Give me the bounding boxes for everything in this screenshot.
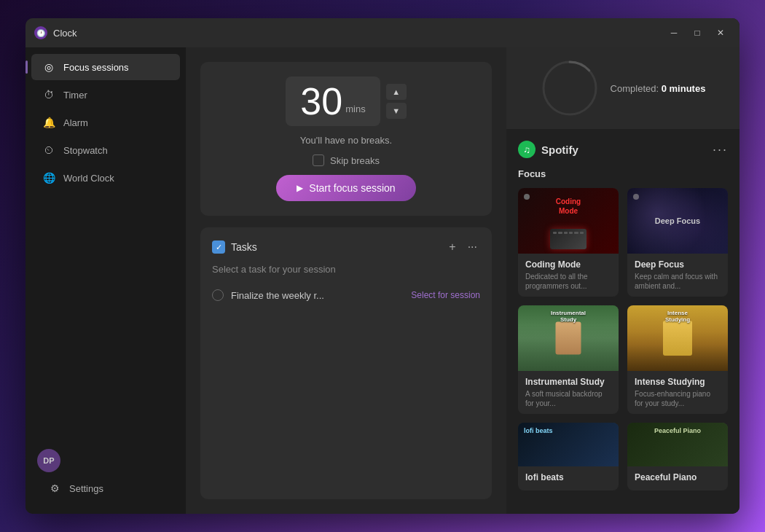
playlist-name: Deep Focus <box>635 259 721 270</box>
stopwatch-icon: ⏲ <box>43 144 55 156</box>
play-icon: ▶ <box>297 183 303 193</box>
peaceful-label: Peaceful Piano <box>654 427 701 434</box>
tasks-icon: ✓ <box>212 240 225 254</box>
playlist-card-deep-focus[interactable]: Deep Focus Deep Focus Keep calm and focu… <box>627 188 728 297</box>
sidebar-item-world-clock[interactable]: 🌐 World Clock <box>31 165 180 191</box>
time-stepper: ▲ ▼ <box>386 84 407 119</box>
start-focus-button[interactable]: ▶ Start focus session <box>276 175 415 201</box>
clock-visual <box>541 59 599 117</box>
tasks-title-row: ✓ Tasks <box>212 240 257 254</box>
completed-label: Completed: 0 minutes <box>611 83 706 94</box>
sidebar-item-label: World Clock <box>63 173 114 184</box>
task-item: Finalize the weekly r... Select for sess… <box>212 283 480 307</box>
start-button-label: Start focus session <box>309 182 395 194</box>
minimize-button[interactable]: ─ <box>664 25 684 41</box>
app-icon: 🕐 <box>34 26 47 39</box>
sidebar-item-timer[interactable]: ⏱ Timer <box>31 82 180 108</box>
titlebar-controls: ─ □ ✕ <box>664 25 731 41</box>
spotify-logo-row: ♫ Spotify <box>518 141 578 158</box>
sidebar-item-label: Focus sessions <box>63 62 129 73</box>
task-radio[interactable] <box>212 289 224 301</box>
playlist-info: Deep Focus Keep calm and focus with ambi… <box>627 254 728 297</box>
tasks-card: ✓ Tasks + ··· Select a task for your ses… <box>200 227 492 499</box>
sidebar-item-label: Timer <box>63 90 87 101</box>
playlist-name: lofi beats <box>525 472 611 482</box>
spotify-header: ♫ Spotify ··· <box>518 141 728 158</box>
playlist-name: Coding Mode <box>525 259 611 270</box>
instrumental-overlay: InstrumentalStudy <box>551 310 586 323</box>
time-increase-button[interactable]: ▲ <box>386 84 407 100</box>
playlist-name: Peaceful Piano <box>635 472 721 482</box>
center-panel: 30 mins ▲ ▼ You'll have no breaks. Skip … <box>186 47 506 514</box>
focus-sessions-icon: ◎ <box>43 61 55 73</box>
playlist-desc: Keep calm and focus with ambient and... <box>635 272 721 291</box>
skip-breaks-checkbox[interactable] <box>313 154 324 166</box>
skip-breaks-row: Skip breaks <box>313 154 380 166</box>
select-task-prompt: Select a task for your session <box>212 264 480 275</box>
spotify-more-button[interactable]: ··· <box>713 142 728 157</box>
sidebar: ◎ Focus sessions ⏱ Timer 🔔 Alarm ⏲ Stopw… <box>26 47 186 514</box>
coding-mode-title: CodingMode <box>556 197 581 216</box>
playlist-card-instrumental[interactable]: InstrumentalStudy Instrumental Study A s… <box>518 305 619 414</box>
task-name: Finalize the weekly r... <box>231 290 404 301</box>
select-session-button[interactable]: Select for session <box>411 290 480 300</box>
playlist-card-peaceful[interactable]: Peaceful Piano Peaceful Piano <box>627 423 728 490</box>
tasks-title: Tasks <box>231 241 257 253</box>
deep-focus-label: Deep Focus <box>655 216 700 225</box>
time-decrease-button[interactable]: ▼ <box>386 103 407 119</box>
app-window: 🕐 Clock ─ □ ✕ ◎ Focus sessions ⏱ Timer 🔔… <box>26 18 740 514</box>
time-value: 30 <box>300 82 342 120</box>
main-content: ◎ Focus sessions ⏱ Timer 🔔 Alarm ⏲ Stopw… <box>26 47 740 514</box>
titlebar: 🕐 Clock ─ □ ✕ <box>26 18 740 47</box>
sidebar-settings[interactable]: ⚙ Settings <box>37 475 174 501</box>
close-button[interactable]: ✕ <box>710 25 731 41</box>
playlist-thumb-deep: Deep Focus <box>627 188 728 254</box>
completed-info: Completed: 0 minutes <box>611 82 706 95</box>
sidebar-item-focus-sessions[interactable]: ◎ Focus sessions <box>31 54 180 80</box>
playlist-thumb-lofi: lofi beats <box>518 423 619 466</box>
sidebar-item-stopwatch[interactable]: ⏲ Stopwatch <box>31 137 180 163</box>
time-unit: mins <box>345 103 365 114</box>
playlist-card-coding-mode[interactable]: CodingMode <box>518 188 619 297</box>
playlist-name: Intense Studying <box>635 377 721 387</box>
playlist-card-lofi[interactable]: lofi beats lofi beats <box>518 423 619 490</box>
tasks-more-button[interactable]: ··· <box>465 239 480 255</box>
focus-section-label: Focus <box>518 168 728 179</box>
playlist-thumb-coding: CodingMode <box>518 188 619 254</box>
avatar[interactable]: DP <box>37 449 60 472</box>
world-clock-icon: 🌐 <box>43 172 55 184</box>
playlists-grid: CodingMode <box>518 188 728 490</box>
settings-icon: ⚙ <box>49 482 60 494</box>
playlist-thumb-instrumental: InstrumentalStudy <box>518 305 619 371</box>
timer-icon: ⏱ <box>43 89 55 101</box>
playlist-thumb-intense: IntenseStudying <box>627 305 728 371</box>
playlist-thumb-peaceful: Peaceful Piano <box>627 423 728 466</box>
playlist-info: lofi beats <box>518 466 619 490</box>
add-task-button[interactable]: + <box>446 239 458 255</box>
playlist-info: Instrumental Study A soft musical backdr… <box>518 371 619 414</box>
spotify-section: ♫ Spotify ··· Focus CodingMode <box>506 129 740 514</box>
tasks-actions: + ··· <box>446 239 480 255</box>
lofi-label: lofi beats <box>524 427 553 434</box>
playlist-desc: Focus-enhancing piano for your study... <box>635 389 721 408</box>
tasks-header: ✓ Tasks + ··· <box>212 239 480 255</box>
sidebar-item-label: Stopwatch <box>63 145 108 156</box>
coding-mode-visual: CodingMode <box>518 188 619 254</box>
titlebar-left: 🕐 Clock <box>34 26 77 39</box>
playlist-desc: A soft musical backdrop for your... <box>525 389 611 408</box>
playlist-info: Peaceful Piano <box>627 466 728 490</box>
sidebar-item-alarm[interactable]: 🔔 Alarm <box>31 109 180 136</box>
settings-label: Settings <box>69 483 103 494</box>
sidebar-item-label: Alarm <box>63 117 88 128</box>
no-breaks-text: You'll have no breaks. <box>300 135 392 146</box>
time-display: 30 mins ▲ ▼ <box>286 77 406 126</box>
maximize-button[interactable]: □ <box>687 25 707 41</box>
right-panel: Completed: 0 minutes ♫ Spotify ··· Focus <box>506 47 740 514</box>
playlist-card-intense[interactable]: IntenseStudying Intense Studying Focus-e… <box>627 305 728 414</box>
focus-time-card: 30 mins ▲ ▼ You'll have no breaks. Skip … <box>200 62 492 216</box>
deep-focus-visual: Deep Focus <box>627 188 728 254</box>
completed-value: 0 minutes <box>662 83 706 94</box>
skip-breaks-label: Skip breaks <box>330 155 380 166</box>
intense-overlay: IntenseStudying <box>665 310 690 323</box>
playlist-info: Intense Studying Focus-enhancing piano f… <box>627 371 728 414</box>
